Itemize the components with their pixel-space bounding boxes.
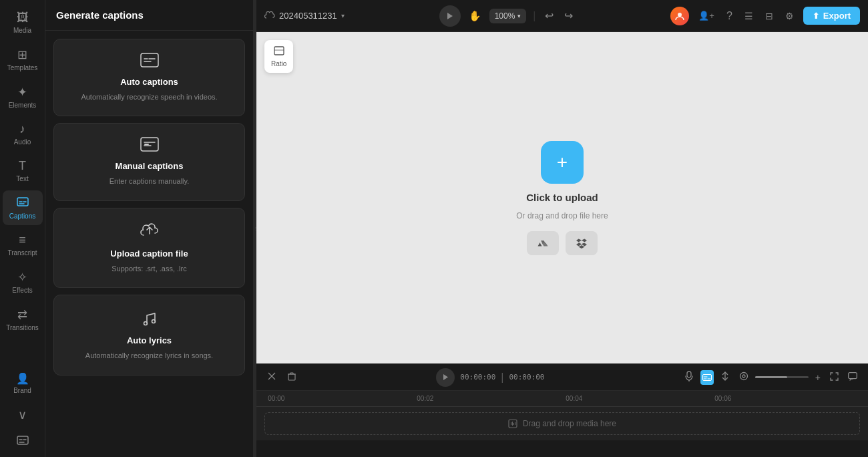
timeline-track: Drag and drop media here [256, 407, 868, 440]
main-area: 202405311231 ▾ ✋ 100% ▾ | ↩ ↪ 👤+ ? ☰ [256, 0, 868, 457]
card-upload-caption[interactable]: Upload caption file Supports: .srt, .ass… [53, 208, 245, 288]
svg-rect-12 [687, 371, 691, 377]
manual-captions-icon [140, 137, 159, 156]
settings-button[interactable]: ⚙ [783, 8, 797, 24]
sidebar-item-brand[interactable]: 👤 Brand [3, 367, 43, 400]
svg-rect-1 [17, 436, 28, 444]
layout-button[interactable]: ⊟ [763, 8, 776, 24]
upload-subtitle: Or drag and drop file here [516, 211, 608, 220]
sidebar-item-media[interactable]: 🖼 Media [3, 5, 43, 39]
upload-services [527, 231, 598, 255]
upload-title: Click to upload [526, 192, 598, 203]
delete-icon[interactable] [284, 369, 299, 386]
svg-rect-4 [144, 144, 149, 145]
sidebar-item-captions[interactable]: Captions [3, 190, 43, 225]
left-sidebar: 🖼 Media ⊞ Templates ✦ Elements ♪ Audio T… [0, 0, 45, 457]
top-bar: 202405311231 ▾ ✋ 100% ▾ | ↩ ↪ 👤+ ? ☰ [256, 0, 868, 32]
transcript-icon: ≡ [19, 233, 26, 247]
undo-button[interactable]: ↩ [542, 7, 556, 25]
add-user-button[interactable]: 👤+ [696, 8, 717, 23]
hamburger-button[interactable]: ☰ [742, 8, 756, 24]
card-auto-captions[interactable]: Auto captions Automatically recognize sp… [53, 39, 245, 116]
sidebar-item-effects[interactable]: ✧ Effects [3, 265, 43, 299]
comment-icon[interactable] [845, 369, 860, 386]
volume-slider[interactable] [755, 376, 809, 378]
upload-caption-desc: Supports: .srt, .ass, .lrc [112, 264, 186, 274]
split-icon[interactable] [718, 369, 732, 386]
ruler-mark-2: 00:04 [566, 395, 582, 402]
ruler-mark-0: 00:00 [268, 395, 284, 402]
canvas-area: Ratio + Click to upload Or drag and drop… [256, 32, 868, 363]
volume-fill [755, 376, 787, 378]
sidebar-item-audio[interactable]: ♪ Audio [3, 117, 43, 151]
hand-tool-button[interactable]: ✋ [466, 7, 484, 25]
card-auto-lyrics[interactable]: Auto lyrics Automatically recognize lyri… [53, 295, 245, 375]
svg-rect-14 [702, 374, 711, 380]
card-manual-captions[interactable]: Manual captions Enter captions manually. [53, 123, 245, 200]
auto-captions-title: Auto captions [120, 77, 178, 87]
play-button[interactable] [439, 5, 461, 27]
loop-icon[interactable] [736, 369, 751, 386]
avatar [670, 7, 689, 25]
ruler-marks: 00:00 00:02 00:04 00:06 [264, 391, 860, 406]
dropdown-arrow-icon: ▾ [341, 12, 345, 19]
time-current: 00:00:00 [460, 373, 495, 382]
microphone-icon[interactable] [682, 368, 696, 386]
sidebar-item-templates[interactable]: ⊞ Templates [3, 42, 43, 77]
sidebar-item-elements[interactable]: ✦ Elements [3, 80, 43, 114]
ruler-mark-3: 00:06 [714, 395, 731, 402]
cut-icon[interactable] [264, 369, 279, 386]
svg-point-6 [152, 320, 155, 323]
drag-drop-area[interactable]: Drag and drop media here [264, 412, 860, 435]
sidebar-item-transcript[interactable]: ≡ Transcript [3, 228, 43, 262]
help-button[interactable]: ? [724, 7, 735, 25]
manual-captions-title: Manual captions [116, 161, 184, 171]
media-icon: 🖼 [17, 11, 29, 25]
caption-track-icon[interactable] [700, 370, 714, 385]
sidebar-item-transitions[interactable]: ⇄ Transitions [3, 302, 43, 337]
panel-title: Generate captions [45, 0, 253, 31]
upload-caption-icon [140, 222, 159, 243]
brand-icon: 👤 [16, 372, 29, 385]
chevron-down-icon: ∨ [18, 408, 27, 422]
manual-captions-desc: Enter captions manually. [110, 176, 190, 186]
redo-button[interactable]: ↪ [562, 7, 576, 25]
captions-bottom-icon [17, 436, 29, 446]
export-button[interactable]: ⬆ Export [803, 7, 860, 25]
zoom-dropdown-icon: ▾ [517, 13, 521, 19]
sidebar-item-text[interactable]: T Text [3, 154, 43, 188]
text-icon: T [19, 159, 26, 173]
svg-rect-11 [288, 374, 295, 380]
auto-lyrics-icon [140, 309, 159, 330]
ratio-button[interactable]: Ratio [264, 40, 293, 73]
svg-rect-18 [849, 372, 857, 378]
bottom-right-icons: + [682, 368, 860, 386]
svg-rect-8 [274, 47, 284, 55]
top-bar-controls: ✋ 100% ▾ | ↩ ↪ [439, 5, 576, 27]
ratio-label: Ratio [271, 60, 286, 67]
dropbox-button[interactable] [566, 231, 598, 255]
ratio-icon [274, 45, 284, 58]
transport-play-button[interactable] [436, 368, 455, 387]
audio-icon: ♪ [19, 122, 25, 136]
sidebar-item-captions-bottom[interactable] [3, 430, 43, 452]
timeline-area: 00:00 00:02 00:04 00:06 Drag and drop me… [256, 390, 868, 457]
svg-point-16 [740, 373, 747, 380]
templates-icon: ⊞ [17, 47, 27, 62]
auto-captions-icon [140, 53, 159, 71]
zoom-control[interactable]: 100% ▾ [489, 9, 527, 23]
sidebar-item-more[interactable]: ∨ [3, 402, 43, 428]
google-drive-button[interactable] [527, 231, 559, 255]
svg-point-17 [742, 375, 745, 377]
project-name[interactable]: 202405311231 ▾ [264, 11, 345, 21]
upload-caption-title: Upload caption file [110, 249, 188, 259]
captions-icon [17, 196, 29, 210]
svg-rect-3 [141, 138, 158, 151]
auto-captions-desc: Automatically recognize speech in videos… [81, 92, 217, 102]
vol-plus-icon[interactable]: + [813, 369, 823, 386]
svg-point-7 [678, 13, 682, 17]
effects-icon: ✧ [17, 270, 27, 285]
upload-plus-button[interactable]: + [541, 141, 584, 184]
fullscreen-icon[interactable] [827, 369, 841, 386]
upload-area: + Click to upload Or drag and drop file … [516, 141, 608, 255]
